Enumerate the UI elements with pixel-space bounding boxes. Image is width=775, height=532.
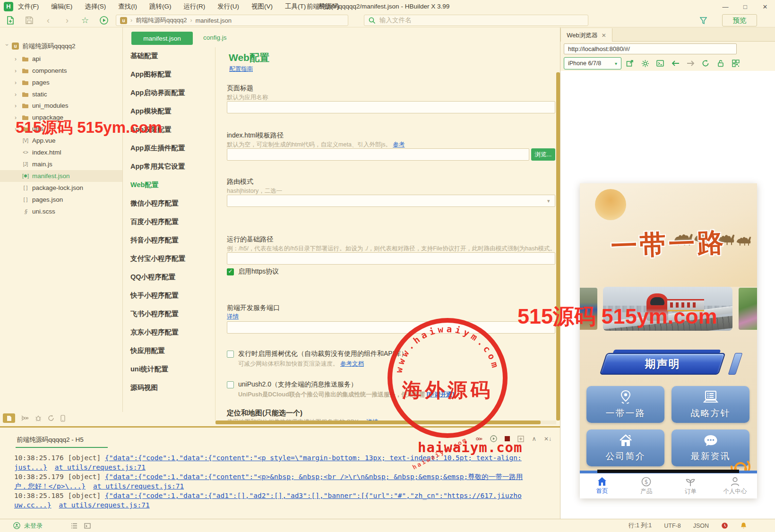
run-icon[interactable] <box>99 16 109 25</box>
chevron-right-icon[interactable]: › <box>15 91 19 98</box>
chevron-right-icon[interactable]: › <box>15 103 19 109</box>
bell-icon[interactable] <box>741 522 747 529</box>
breadcrumb-project[interactable]: 前端纯源码qqqqq2 <box>136 16 187 25</box>
vertical-scrollbar[interactable] <box>556 72 560 420</box>
tree-project-row[interactable]: › u 前端纯源码qqqqq2 <box>0 40 123 52</box>
tab-manifest-json[interactable]: manifest.json <box>131 32 193 45</box>
bug-icon[interactable] <box>35 415 42 421</box>
back-icon[interactable] <box>671 59 680 68</box>
chevron-right-icon[interactable]: › <box>15 68 19 74</box>
tree-folder-utils[interactable]: ›utils <box>0 123 123 135</box>
config-section-basic[interactable]: 基础配置 <box>130 51 213 60</box>
device-select[interactable]: iPhone 6/7/8 ▾ <box>564 57 621 69</box>
ant-debug-icon[interactable] <box>475 436 482 442</box>
config-section-source-view[interactable]: 源码视图 <box>130 383 213 392</box>
outline-list-icon[interactable] <box>71 523 78 529</box>
scrollbar-thumb[interactable] <box>215 420 541 424</box>
tab-products[interactable]: $ 产品 <box>624 473 669 498</box>
log-location-link[interactable]: at utils/request.js:71 <box>93 482 184 490</box>
config-section-app-icon[interactable]: App图标配置 <box>130 69 213 79</box>
back-icon[interactable]: ‹ <box>43 16 53 25</box>
chevron-right-icon[interactable]: › <box>15 79 19 86</box>
config-section-weixin[interactable]: 微信小程序配置 <box>130 198 213 208</box>
tree-file-manifest[interactable]: [✱]manifest.json <box>0 170 123 182</box>
config-section-alipay[interactable]: 支付宝小程序配置 <box>130 254 213 263</box>
log-location-link[interactable]: at utils/request.js:71 <box>55 463 146 471</box>
menu-button-strategy[interactable]: 战略方针 <box>672 386 749 423</box>
star-icon[interactable]: ☆ <box>80 16 90 25</box>
tree-file-indexhtml[interactable]: <>index.html <box>0 146 123 158</box>
open-window-icon[interactable] <box>517 436 524 442</box>
chevron-right-icon[interactable]: › <box>15 56 19 62</box>
carousel-slide-train[interactable] <box>603 287 732 331</box>
filter-funnel-icon[interactable] <box>698 16 708 25</box>
carousel-slide-prev[interactable] <box>580 288 597 330</box>
encoding-indicator[interactable]: UTF-8 <box>664 523 680 529</box>
forward-icon[interactable]: › <box>62 16 72 25</box>
config-section-app-modules[interactable]: App模块配置 <box>130 106 213 116</box>
filetype-indicator[interactable]: JSON <box>693 523 709 529</box>
cursor-position[interactable]: 行:1 列:1 <box>629 522 652 530</box>
browse-button[interactable]: 浏览... <box>531 148 555 161</box>
explorer-tab-icon[interactable] <box>3 413 15 423</box>
forward-icon[interactable] <box>686 59 695 68</box>
tree-file-pagesjson[interactable]: [ ]pages.json <box>0 194 123 206</box>
router-mode-select[interactable] <box>227 195 555 207</box>
refresh-icon[interactable] <box>48 415 54 421</box>
history-clock-icon[interactable] <box>721 522 728 529</box>
https-checkbox[interactable] <box>227 268 234 275</box>
config-section-feishu[interactable]: 飞书小程序配置 <box>130 309 213 318</box>
ant-debug-icon[interactable] <box>21 415 29 421</box>
treeshake-checkbox[interactable] <box>227 351 234 358</box>
treeshake-doc-link[interactable]: 参考文档 <box>340 360 364 367</box>
tree-file-mainjs[interactable]: [J]main.js <box>0 158 123 170</box>
tree-folder-uni-modules[interactable]: ›uni_modules <box>0 100 123 112</box>
new-file-icon[interactable] <box>6 16 15 25</box>
open-external-icon[interactable] <box>626 59 634 68</box>
tab-home[interactable]: 首页 <box>580 473 624 498</box>
config-section-kuaishou[interactable]: 快手小程序配置 <box>130 291 213 300</box>
console-icon[interactable] <box>656 59 664 68</box>
collapse-console-icon[interactable]: ∧ <box>532 435 536 442</box>
lock-icon[interactable] <box>716 59 725 68</box>
horizontal-scrollbar[interactable] <box>215 420 556 424</box>
url-input[interactable]: http://localhost:8080/#/ <box>564 43 737 54</box>
tab-web-browser[interactable]: Web浏览器 ✕ <box>560 28 612 42</box>
notice-marquee[interactable]: 期声明 <box>603 352 731 376</box>
config-section-app-splash[interactable]: App启动界面配置 <box>130 88 213 97</box>
config-section-baidu[interactable]: 百度小程序配置 <box>130 217 213 226</box>
config-section-quickapp[interactable]: 快应用配置 <box>130 346 213 355</box>
refresh-icon[interactable] <box>701 59 710 68</box>
tree-folder-components[interactable]: ›components <box>0 65 123 77</box>
config-guide-link[interactable]: 配置指南 <box>229 65 253 73</box>
log-location-link[interactable]: at utils/request.js:71 <box>59 501 150 509</box>
tab-orders[interactable]: 订单 <box>669 473 713 498</box>
treeshake-checkbox-row[interactable]: 发行时启用摇树优化（自动裁剪没有使用的组件和API库） <box>227 350 408 358</box>
stop-icon[interactable] <box>505 436 510 441</box>
menu-file[interactable]: 文件(F) <box>18 2 39 11</box>
tree-file-uniscss[interactable]: §uni.scss <box>0 206 123 217</box>
menu-find[interactable]: 查找(I) <box>118 2 137 11</box>
chevron-right-icon[interactable]: › <box>15 114 19 121</box>
close-button[interactable]: ✕ <box>755 0 775 13</box>
dev-port-detail-link[interactable]: 详情 <box>227 313 239 321</box>
unipush-checkbox[interactable] <box>227 381 234 388</box>
menu-goto[interactable]: 跳转(G) <box>149 2 172 11</box>
carousel-slide-next[interactable] <box>739 288 757 330</box>
close-icon[interactable]: ✕ <box>602 32 606 39</box>
tab-profile[interactable]: 个人中心 <box>713 473 757 498</box>
account-icon[interactable] <box>13 522 20 529</box>
breadcrumb[interactable]: u › 前端纯源码qqqqq2 › manifest.json <box>116 15 348 26</box>
unipush-apply-link[interactable]: [申请开通] <box>427 391 454 398</box>
banner-carousel[interactable] <box>580 287 757 331</box>
template-ref-link[interactable]: 参考 <box>393 141 405 148</box>
template-path-input[interactable] <box>227 148 529 161</box>
config-section-douyin[interactable]: 抖音小程序配置 <box>130 235 213 245</box>
page-title-input[interactable] <box>227 101 555 113</box>
tree-folder-unpackage[interactable]: ›unpackage <box>0 112 123 123</box>
tree-file-package-lock[interactable]: [ ]package-lock.json <box>0 182 123 194</box>
config-section-app-native-plugins[interactable]: App原生插件配置 <box>130 143 213 153</box>
qrcode-icon[interactable] <box>732 59 740 68</box>
search-input[interactable]: 输入文件名 <box>364 15 588 26</box>
restart-icon[interactable] <box>490 435 497 442</box>
